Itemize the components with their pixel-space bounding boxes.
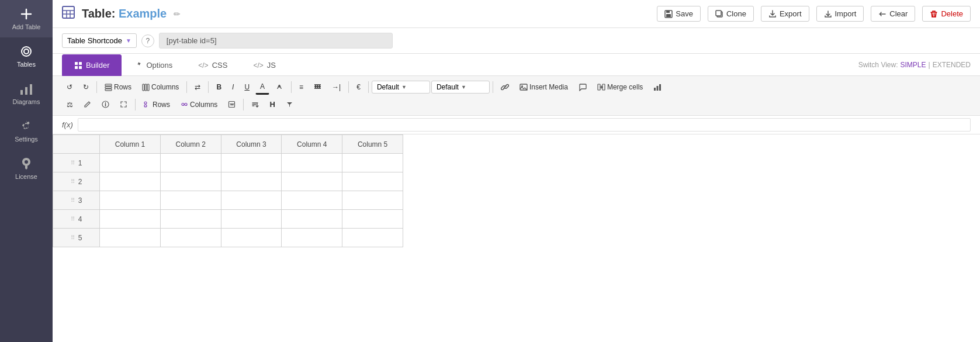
currency-button[interactable]: €	[352, 80, 365, 94]
table-cell[interactable]	[160, 172, 221, 191]
chart-button[interactable]	[649, 80, 666, 94]
table-cell[interactable]	[282, 154, 342, 172]
undo-button[interactable]: ↺	[62, 80, 77, 94]
underline-button[interactable]: U	[240, 80, 254, 94]
sidebar-item-add-table[interactable]: Add Table	[0, 0, 53, 37]
rows-style-button[interactable]: Rows	[138, 98, 175, 112]
table-cell[interactable]	[342, 210, 403, 229]
table-cell[interactable]	[100, 210, 161, 229]
table-cell[interactable]	[221, 154, 282, 172]
align-left-button[interactable]: ≡	[295, 80, 308, 94]
svg-point-42	[182, 103, 184, 106]
sidebar-settings-label: Settings	[15, 136, 38, 143]
license-icon	[19, 157, 33, 171]
align-right-button[interactable]: →|	[327, 80, 345, 94]
table-grid-icon	[62, 6, 75, 22]
rows-button[interactable]: Rows	[100, 80, 136, 94]
tab-css[interactable]: </> CSS	[186, 54, 240, 76]
options-tab-icon	[135, 61, 143, 69]
align-center-button[interactable]	[309, 81, 326, 94]
table-cell[interactable]	[100, 229, 161, 247]
font-color-button[interactable]: A	[255, 80, 269, 95]
info-button[interactable]	[97, 98, 114, 111]
columns-style-button[interactable]: Columns	[176, 98, 222, 112]
tab-js[interactable]: </> JS	[241, 54, 288, 76]
table-cell[interactable]	[282, 229, 342, 247]
svg-rect-12	[666, 14, 671, 17]
import-button[interactable]: Import	[816, 6, 864, 22]
help-button[interactable]: ?	[141, 34, 154, 47]
tab-builder[interactable]: Builder	[62, 54, 122, 76]
italic-button[interactable]: I	[227, 80, 238, 94]
formula-balance-button[interactable]: ⚖	[62, 98, 78, 112]
svg-rect-2	[20, 90, 23, 95]
font-size-dropdown[interactable]: Default ▼	[431, 81, 490, 94]
edit-cell-button[interactable]	[79, 98, 96, 111]
redo-button[interactable]: ↻	[78, 80, 94, 94]
sep-5	[348, 81, 349, 93]
columns-button[interactable]: Columns	[137, 80, 183, 94]
sort-icon	[251, 101, 259, 108]
bold-button[interactable]: B	[212, 80, 226, 94]
table-cell[interactable]	[160, 210, 221, 229]
table-cell[interactable]	[221, 191, 282, 210]
clone-button[interactable]: Clone	[708, 6, 754, 22]
col-header-2: Column 2	[160, 135, 221, 154]
drag-handle-icon[interactable]: ⠿	[71, 197, 75, 203]
simple-view-link[interactable]: SIMPLE	[901, 61, 926, 69]
link-button[interactable]	[496, 80, 514, 94]
extended-view-link[interactable]: EXTENDED	[933, 61, 971, 69]
table-cell[interactable]	[342, 172, 403, 191]
merge-cells-button[interactable]: Merge cells	[593, 80, 647, 94]
cell-style-button[interactable]	[223, 98, 240, 111]
transfer-button[interactable]: ⇄	[190, 80, 205, 94]
table-cell[interactable]	[100, 191, 161, 210]
table-cell[interactable]	[282, 191, 342, 210]
drag-handle-icon[interactable]: ⠿	[71, 160, 75, 166]
table-row: ⠿1	[53, 154, 403, 172]
drag-handle-icon[interactable]: ⠿	[71, 178, 75, 185]
sidebar-item-license[interactable]: License	[0, 150, 53, 187]
table-cell[interactable]	[282, 172, 342, 191]
formula-input[interactable]	[78, 118, 971, 132]
comment-button[interactable]	[574, 80, 591, 94]
export-button[interactable]: Export	[761, 6, 809, 22]
sidebar-item-settings[interactable]: Settings	[0, 112, 53, 150]
table-cell[interactable]	[282, 210, 342, 229]
sort-button[interactable]	[247, 98, 264, 111]
tab-options[interactable]: Options	[123, 54, 185, 76]
svg-rect-11	[666, 11, 670, 13]
sidebar-diagrams-label: Diagrams	[12, 98, 40, 105]
delete-button[interactable]: Delete	[922, 6, 971, 22]
maximize-button[interactable]	[115, 98, 132, 111]
svg-point-0	[22, 47, 31, 56]
table-cell[interactable]	[342, 229, 403, 247]
filter-button[interactable]	[281, 98, 298, 111]
table-cell[interactable]	[160, 229, 221, 247]
insert-media-button[interactable]: Insert Media	[515, 80, 573, 94]
table-cell[interactable]	[342, 154, 403, 172]
columns-icon	[142, 84, 150, 91]
font-family-dropdown[interactable]: Default ▼	[372, 81, 430, 94]
clear-button[interactable]: Clear	[871, 6, 915, 22]
table-cell[interactable]	[221, 229, 282, 247]
sidebar-item-tables[interactable]: Tables	[0, 37, 53, 75]
sidebar-item-diagrams[interactable]: Diagrams	[0, 75, 53, 112]
save-button[interactable]: Save	[657, 6, 701, 22]
table-cell[interactable]	[100, 154, 161, 172]
header-button[interactable]: H	[265, 97, 279, 112]
shortcode-dropdown[interactable]: Table Shortcode ▼	[62, 33, 137, 48]
table-cell[interactable]	[160, 191, 221, 210]
table-cell[interactable]	[342, 191, 403, 210]
sep-r2-2	[243, 99, 244, 110]
table-cell[interactable]	[100, 172, 161, 191]
table-cell[interactable]	[221, 172, 282, 191]
edit-title-icon[interactable]: ✏	[174, 9, 181, 19]
svg-rect-14	[716, 11, 721, 16]
table-cell[interactable]	[221, 210, 282, 229]
shortcode-display: [pyt-table id=5]	[159, 33, 393, 49]
drag-handle-icon[interactable]: ⠿	[71, 216, 75, 222]
table-cell[interactable]	[160, 154, 221, 172]
highlight-button[interactable]	[271, 80, 288, 94]
drag-handle-icon[interactable]: ⠿	[71, 234, 75, 241]
